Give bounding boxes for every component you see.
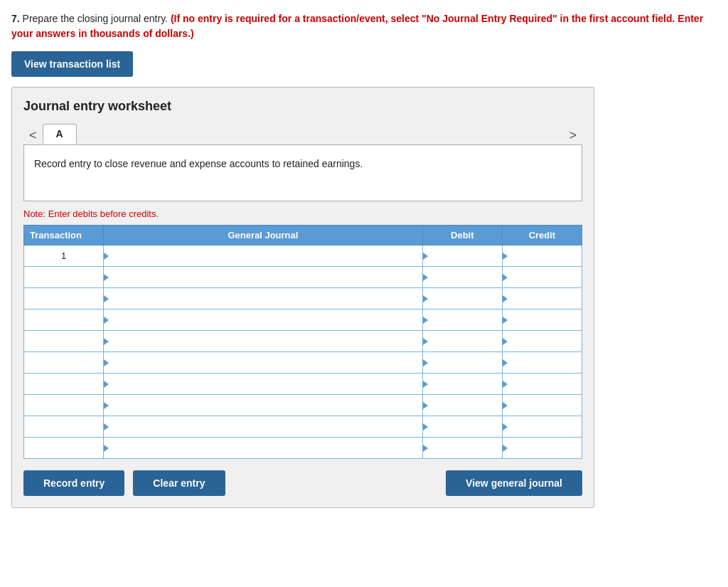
- debit-arrow-icon: [423, 295, 428, 302]
- credit-arrow-icon: [503, 253, 508, 260]
- debit-cell[interactable]: [422, 245, 502, 267]
- credit-input[interactable]: [507, 272, 577, 282]
- credit-input[interactable]: [507, 357, 577, 368]
- debit-input[interactable]: [427, 443, 498, 453]
- table-row: [24, 267, 582, 288]
- tab-a[interactable]: A: [43, 124, 77, 144]
- credit-arrow-icon: [503, 317, 508, 324]
- journal-input[interactable]: [108, 272, 418, 282]
- view-general-journal-button[interactable]: View general journal: [446, 470, 582, 496]
- debit-input[interactable]: [427, 293, 498, 304]
- credit-arrow-icon: [503, 445, 508, 452]
- journal-cell[interactable]: [104, 438, 423, 459]
- credit-cell[interactable]: [502, 310, 582, 331]
- debit-input[interactable]: [427, 314, 498, 325]
- debit-cell[interactable]: [422, 374, 502, 395]
- journal-arrow-icon: [104, 381, 109, 388]
- debit-arrow-icon: [423, 338, 428, 345]
- journal-cell[interactable]: [104, 267, 423, 288]
- journal-arrow-icon: [104, 253, 109, 260]
- transaction-cell: [24, 395, 104, 416]
- journal-input[interactable]: [108, 250, 418, 261]
- debit-cell[interactable]: [422, 438, 502, 459]
- credit-input[interactable]: [507, 443, 577, 453]
- debit-input[interactable]: [427, 379, 498, 389]
- journal-input[interactable]: [108, 314, 418, 325]
- debit-cell[interactable]: [422, 352, 502, 374]
- note-text: Note: Enter debits before credits.: [23, 208, 582, 219]
- journal-cell[interactable]: [104, 310, 423, 331]
- credit-arrow-icon: [503, 423, 508, 430]
- debit-arrow-icon: [423, 423, 428, 430]
- journal-arrow-icon: [104, 317, 109, 324]
- credit-cell[interactable]: [502, 438, 582, 459]
- credit-input[interactable]: [507, 314, 577, 325]
- table-row: 1: [24, 245, 582, 267]
- journal-input[interactable]: [108, 357, 418, 368]
- debit-input[interactable]: [427, 421, 498, 432]
- debit-input[interactable]: [427, 272, 498, 282]
- credit-arrow-icon: [503, 295, 508, 302]
- table-row: [24, 288, 582, 310]
- credit-input[interactable]: [507, 421, 577, 432]
- journal-input[interactable]: [108, 443, 418, 453]
- transaction-cell: [24, 331, 104, 352]
- journal-input[interactable]: [108, 293, 418, 304]
- journal-cell[interactable]: [104, 374, 423, 395]
- journal-cell[interactable]: [104, 288, 423, 310]
- journal-cell[interactable]: [104, 352, 423, 374]
- credit-cell[interactable]: [502, 288, 582, 310]
- journal-input[interactable]: [108, 379, 418, 389]
- debit-cell[interactable]: [422, 331, 502, 352]
- button-row: Record entry Clear entry View general jo…: [23, 470, 582, 496]
- credit-cell[interactable]: [502, 331, 582, 352]
- debit-input[interactable]: [427, 357, 498, 368]
- debit-input[interactable]: [427, 250, 498, 261]
- credit-input[interactable]: [507, 293, 577, 304]
- credit-input[interactable]: [507, 250, 577, 261]
- credit-cell[interactable]: [502, 245, 582, 267]
- transaction-cell: 1: [24, 245, 104, 267]
- credit-cell[interactable]: [502, 374, 582, 395]
- debit-input[interactable]: [427, 336, 498, 347]
- debit-cell[interactable]: [422, 310, 502, 331]
- journal-cell[interactable]: [104, 395, 423, 416]
- journal-input[interactable]: [108, 336, 418, 347]
- credit-cell[interactable]: [502, 352, 582, 374]
- journal-input[interactable]: [108, 421, 418, 432]
- debit-cell[interactable]: [422, 416, 502, 438]
- credit-arrow-icon: [503, 274, 508, 281]
- journal-input[interactable]: [108, 400, 418, 411]
- debit-cell[interactable]: [422, 288, 502, 310]
- tab-right-nav[interactable]: >: [563, 126, 582, 144]
- credit-input[interactable]: [507, 336, 577, 347]
- transaction-cell: [24, 374, 104, 395]
- debit-arrow-icon: [423, 317, 428, 324]
- view-transaction-button[interactable]: View transaction list: [11, 51, 133, 77]
- debit-arrow-icon: [423, 359, 428, 366]
- transaction-cell: [24, 352, 104, 374]
- record-entry-button[interactable]: Record entry: [23, 470, 124, 496]
- credit-cell[interactable]: [502, 267, 582, 288]
- debit-cell[interactable]: [422, 395, 502, 416]
- worksheet-title: Journal entry worksheet: [23, 99, 582, 114]
- clear-entry-button[interactable]: Clear entry: [133, 470, 225, 496]
- credit-cell[interactable]: [502, 416, 582, 438]
- debit-cell[interactable]: [422, 267, 502, 288]
- journal-arrow-icon: [104, 359, 109, 366]
- tab-left-nav[interactable]: <: [23, 126, 43, 144]
- credit-input[interactable]: [507, 379, 577, 389]
- table-row: [24, 374, 582, 395]
- credit-arrow-icon: [503, 359, 508, 366]
- journal-cell[interactable]: [104, 416, 423, 438]
- journal-cell[interactable]: [104, 245, 423, 267]
- journal-cell[interactable]: [104, 331, 423, 352]
- table-row: [24, 331, 582, 352]
- credit-arrow-icon: [503, 402, 508, 409]
- credit-input[interactable]: [507, 400, 577, 411]
- debit-input[interactable]: [427, 400, 498, 411]
- col-header-credit: Credit: [502, 226, 582, 245]
- journal-arrow-icon: [104, 445, 109, 452]
- credit-cell[interactable]: [502, 395, 582, 416]
- debit-arrow-icon: [423, 274, 428, 281]
